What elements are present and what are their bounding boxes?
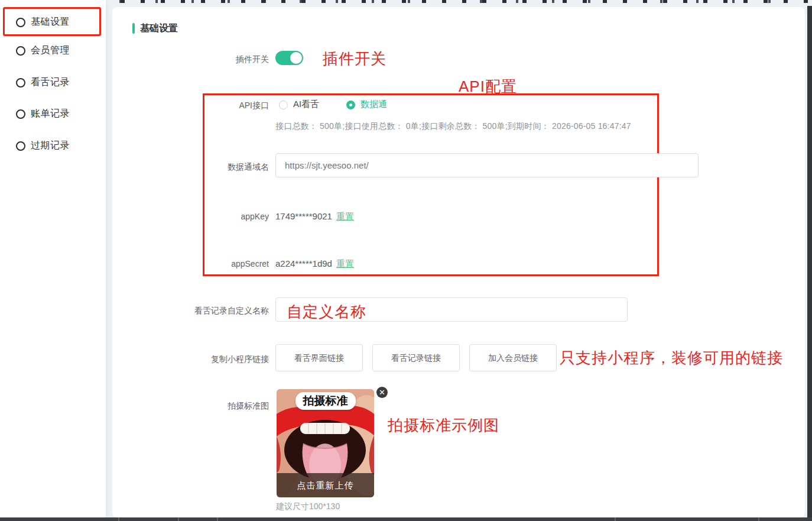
sidebar-item-label: 账单记录 (31, 108, 70, 120)
annotation-api-config: API配置 (459, 76, 517, 97)
window-right-edge (807, 6, 812, 521)
page-title: 基础设置 (140, 22, 178, 35)
settings-page: 基础设置 会员管理 看舌记录 账单记录 过期记录 基础设置 插件开关 插件开关 (0, 0, 812, 521)
standard-photo-label: 拍摄标准图 (112, 400, 269, 412)
sidebar-item-bill-records[interactable]: 账单记录 (0, 105, 106, 123)
custom-name-input[interactable]: 自定义名称 (275, 297, 628, 322)
window-bottom-edge (0, 517, 812, 521)
annotation-plugin-switch: 插件开关 (323, 48, 386, 69)
photo-badge: 拍摄标准 (295, 392, 356, 410)
circle-icon (16, 78, 25, 88)
appsecret-reset-link[interactable]: 重置 (336, 258, 354, 268)
annotation-custom-name: 自定义名称 (287, 300, 366, 323)
sidebar-item-basic-settings[interactable]: 基础设置 (0, 14, 106, 31)
circle-icon (16, 141, 25, 151)
remove-photo-icon[interactable]: ✕ (376, 387, 388, 398)
sidebar-item-tongue-records[interactable]: 看舌记录 (0, 74, 106, 92)
mini-links-label: 复制小程序链接 (112, 353, 269, 365)
appsecret-label: appSecret (112, 258, 269, 270)
circle-icon (16, 18, 25, 27)
sidebar-item-label: 基础设置 (31, 16, 70, 28)
plugin-switch-toggle[interactable] (275, 51, 303, 65)
domain-label: 数据通域名 (112, 161, 269, 173)
toggle-knob (290, 52, 302, 64)
annotation-photo-sample: 拍摄标准示例图 (388, 415, 499, 436)
sidebar-item-label: 过期记录 (31, 140, 70, 152)
radio-ai-tongue-label[interactable]: AI看舌 (293, 99, 319, 110)
radio-datatong[interactable] (346, 101, 355, 109)
settings-card: 基础设置 插件开关 插件开关 API配置 API接口 AI看舌 数据通 接口总数… (112, 7, 805, 517)
appsecret-value-row: a224*****1d9d重置 (275, 258, 354, 270)
tongue-ui-link-button[interactable]: 看舌界面链接 (275, 344, 363, 371)
sidebar: 基础设置 会员管理 看舌记录 账单记录 过期记录 (0, 0, 106, 517)
circle-icon (16, 46, 25, 56)
radio-ai-tongue[interactable] (279, 101, 288, 109)
annotation-mini-links: 只支持小程序，装修可用的链接 (560, 348, 783, 368)
photo-size-hint: 建议尺寸100*130 (276, 501, 340, 512)
domain-input[interactable]: https://sjt.yeesoo.net/ (275, 153, 699, 177)
appsecret-value: a224*****1d9d (275, 258, 332, 268)
sidebar-item-member-management[interactable]: 会员管理 (0, 42, 106, 60)
sidebar-item-expired-records[interactable]: 过期记录 (0, 137, 106, 155)
reupload-overlay[interactable]: 点击重新上传 (277, 473, 374, 497)
appkey-label: appKey (112, 211, 269, 222)
circle-icon (16, 109, 25, 119)
appkey-reset-link[interactable]: 重置 (336, 211, 354, 221)
custom-name-label: 看舌记录自定义名称 (112, 305, 269, 316)
sidebar-item-label: 看舌记录 (31, 76, 70, 89)
standard-photo-upload[interactable]: 拍摄标准 点击重新上传 (277, 389, 374, 497)
title-accent-bar (132, 23, 135, 34)
api-quota-info: 接口总数： 500单;接口使用总数： 0单;接口剩余总数： 500单;到期时间：… (275, 121, 631, 132)
join-member-link-button[interactable]: 加入会员链接 (469, 344, 557, 371)
tongue-record-link-button[interactable]: 看舌记录链接 (372, 344, 460, 371)
appkey-value-row: 1749*****9021重置 (275, 211, 354, 222)
cropped-top-edge (0, 0, 812, 3)
sidebar-item-label: 会员管理 (31, 44, 70, 57)
radio-datatong-label[interactable]: 数据通 (360, 99, 387, 110)
plugin-switch-label: 插件开关 (112, 53, 269, 65)
appkey-value: 1749*****9021 (275, 211, 332, 221)
api-interface-label: API接口 (112, 99, 269, 111)
